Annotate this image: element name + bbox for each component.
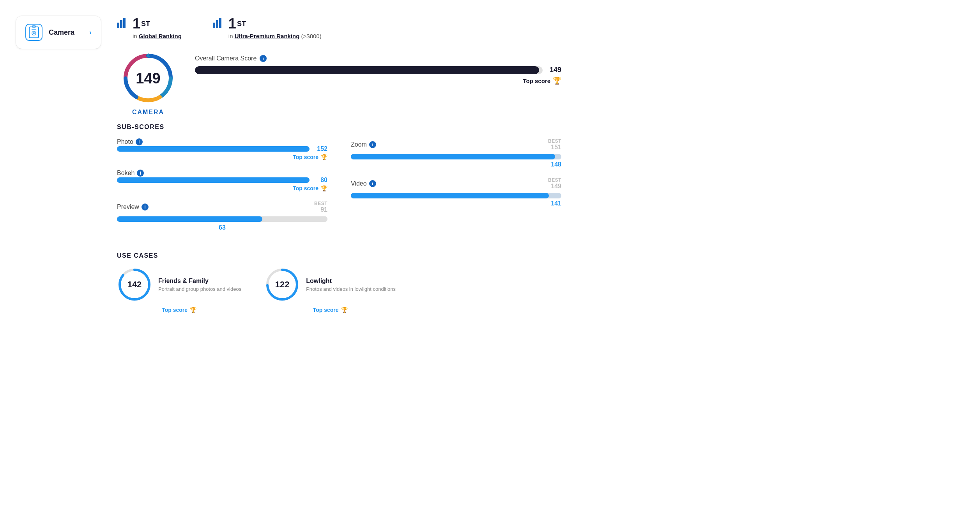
video-best-col: BEST 149 (548, 177, 561, 190)
score-badge: 149 CAMERA (117, 51, 179, 116)
sub-score-video: Video i BEST 149 (351, 177, 561, 207)
overall-score-label-row: Overall Camera Score i (195, 55, 561, 62)
score-circle-container: 149 (121, 51, 175, 106)
photo-top-score-row: Top score 🏆 (117, 154, 327, 160)
overall-info-icon[interactable]: i (260, 55, 267, 62)
use-case-lowlight-circle: 122 (265, 267, 300, 302)
sub-score-zoom-value: 148 (551, 161, 561, 168)
ultra-premium-ranking-text: 1ST in Ultra-Premium Ranking (>$800) (228, 16, 322, 39)
sub-scores-grid: Photo i 152 Top score 🏆 (117, 138, 561, 241)
global-rank-suffix: ST (141, 20, 150, 28)
sub-bar-bokeh-fill (117, 177, 310, 183)
bokeh-trophy-icon: 🏆 (321, 185, 327, 191)
zoom-best-value: 151 (548, 144, 561, 151)
sub-score-video-name: Video (351, 180, 367, 187)
sub-score-photo: Photo i 152 Top score 🏆 (117, 138, 327, 160)
overall-top-score-label: Top score (523, 78, 550, 84)
global-rank-number: 1 (133, 16, 140, 32)
sub-bar-preview-bg (117, 216, 327, 222)
bokeh-info-icon[interactable]: i (137, 170, 144, 177)
global-ranking-block: 1ST in Global Ranking (117, 16, 182, 39)
overall-score-label: Overall Camera Score (195, 55, 256, 62)
use-case-ll-number: 122 (275, 280, 290, 290)
sub-bar-zoom-bg (351, 154, 561, 159)
camera-icon (25, 24, 42, 41)
overall-bar-container: 149 (195, 66, 561, 74)
use-case-ff-top-score-row: Top score 🏆 (162, 307, 196, 313)
photo-top-score-label: Top score (293, 154, 318, 160)
svg-rect-7 (123, 18, 126, 28)
sub-score-zoom-header: Zoom i BEST 151 (351, 138, 561, 151)
sub-score-video-name-row: Video i (351, 180, 376, 187)
score-number: 149 (136, 70, 160, 87)
photo-info-icon[interactable]: i (136, 138, 143, 145)
zoom-info-icon[interactable]: i (369, 141, 376, 148)
sub-score-photo-name: Photo (117, 138, 133, 145)
sub-score-zoom: Zoom i BEST 151 (351, 138, 561, 168)
overall-score-value: 149 (547, 66, 561, 74)
bokeh-top-score-label: Top score (293, 185, 318, 191)
preview-best-label: BEST (314, 201, 327, 206)
sub-bar-preview-fill (117, 216, 262, 222)
overall-bar-fill (195, 66, 539, 74)
overall-top-score-row: Top score 🏆 (195, 76, 561, 85)
sub-score-bokeh-bar-row: 80 (117, 177, 327, 184)
preview-info-icon[interactable]: i (142, 203, 149, 211)
sub-score-bokeh-value: 80 (313, 177, 327, 184)
svg-rect-6 (120, 20, 122, 28)
svg-point-3 (33, 32, 35, 34)
sub-score-photo-value: 152 (313, 145, 327, 152)
use-case-ff-desc: Portrait and group photos and videos (158, 286, 241, 292)
preview-best-value: 91 (314, 206, 327, 213)
sub-bar-video-track (351, 193, 561, 198)
ultra-premium-ranking-bars-icon (213, 17, 224, 31)
camera-score-area: 149 CAMERA Overall Camera Score i 149 To… (117, 51, 561, 116)
use-case-ll-desc: Photos and videos in lowlight conditions (306, 286, 396, 292)
sub-scores-left-col: Photo i 152 Top score 🏆 (117, 138, 327, 241)
ultra-rank-number: 1 (228, 16, 236, 32)
use-case-ll-top-label: Top score (313, 307, 339, 313)
global-rank-desc: in Global Ranking (133, 33, 182, 39)
sub-bar-zoom-track (351, 154, 561, 159)
sub-score-zoom-name-row: Zoom i (351, 141, 376, 148)
use-case-friends-family-main-row: 142 Friends & Family Portrait and group … (117, 267, 241, 302)
overall-bar-track (195, 66, 543, 74)
sub-score-bokeh-name-row: Bokeh i (117, 170, 327, 177)
sub-score-video-bar-row (351, 193, 561, 198)
sub-bar-preview-track (117, 216, 327, 222)
sub-score-preview-name: Preview (117, 203, 139, 211)
use-case-ff-number: 142 (127, 280, 142, 290)
use-case-ll-name: Lowlight (306, 278, 396, 285)
sub-scores-section: SUB-SCORES Photo i 152 (117, 124, 561, 241)
overall-trophy-icon: 🏆 (553, 76, 561, 85)
video-best-label: BEST (548, 177, 561, 183)
use-case-lowlight-main-row: 122 Lowlight Photos and videos in lowlig… (265, 267, 396, 302)
use-case-ff-top-label: Top score (162, 307, 188, 313)
use-case-ll-trophy: 🏆 (341, 307, 348, 313)
sub-bar-photo-track (117, 146, 310, 152)
sidebar-card-camera[interactable]: Camera › (16, 16, 101, 49)
sub-bar-zoom-fill (351, 154, 555, 159)
use-case-friends-family-circle: 142 (117, 267, 152, 302)
use-case-ff-name: Friends & Family (158, 278, 241, 285)
use-cases-title: USE CASES (117, 252, 561, 259)
svg-rect-5 (117, 23, 119, 28)
sub-score-preview: Preview i BEST 91 (117, 201, 327, 231)
use-case-lowlight: 122 Lowlight Photos and videos in lowlig… (265, 267, 396, 313)
photo-trophy-icon: 🏆 (321, 154, 327, 160)
video-best-value: 149 (548, 183, 561, 190)
svg-rect-8 (213, 23, 215, 28)
sub-scores-right-col: Zoom i BEST 151 (351, 138, 561, 241)
video-info-icon[interactable]: i (369, 180, 376, 187)
overall-score-area: Overall Camera Score i 149 Top score 🏆 (195, 51, 561, 85)
sub-score-video-value: 141 (551, 200, 561, 207)
use-cases-section: USE CASES 142 Friends & Family (117, 252, 561, 313)
sub-score-photo-name-row: Photo i (117, 138, 327, 145)
ultra-rank-desc: in Ultra-Premium Ranking (>$800) (228, 33, 322, 39)
zoom-best-label: BEST (548, 138, 561, 144)
sidebar-arrow: › (89, 28, 92, 37)
score-section: 1ST in Global Ranking 1ST (117, 16, 561, 313)
svg-rect-9 (216, 20, 218, 28)
sidebar-label: Camera (49, 28, 83, 37)
sub-score-zoom-bar-row (351, 154, 561, 159)
